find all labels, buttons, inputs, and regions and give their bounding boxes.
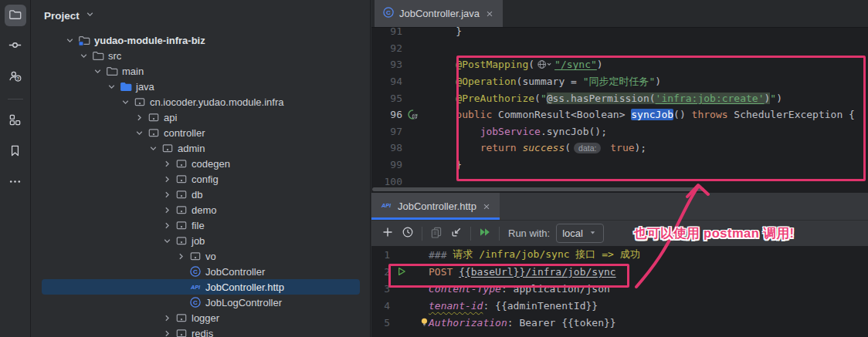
add-icon [381,226,394,241]
pull-requests-tool-button[interactable]: ? [5,66,26,88]
globe-icon[interactable] [536,59,553,70]
chevron-right-icon[interactable] [161,204,174,216]
code-token: " [541,93,547,104]
java-code-editor[interactable]: 91 }9293 @PostMapping("/sync")94 @Operat… [371,23,868,190]
tree-item-label: db [192,189,202,201]
svg-text:API: API [190,284,201,291]
chevron-right-icon[interactable] [161,174,174,185]
tree-item-config[interactable]: config [42,171,360,187]
tree-item-jobcontroller[interactable]: CJobController [42,264,360,279]
package-icon [146,111,161,123]
code-token: success [522,142,565,153]
tree-item-src[interactable]: src [42,48,360,63]
code-token: POST [429,266,459,278]
chevron-down-icon[interactable] [77,50,90,62]
tree-item-label: logger [192,312,219,324]
open-log-icon [450,226,463,241]
add-request-button[interactable] [378,224,398,244]
http-toolbar: Run with:local [371,220,868,246]
chevron-down-icon[interactable] [133,127,146,139]
tree-item-api[interactable]: api [42,110,360,125]
code-token: {{baseUrl}}/infra/job/sync [459,266,616,278]
run-all-button[interactable] [475,224,495,244]
chevron-right-icon[interactable] [161,312,174,324]
java-editor-pane: C JobController.java 91 }9293 @PostMappi… [371,0,868,193]
chevron-down-icon[interactable] [147,143,160,154]
chevron-down-icon[interactable] [63,35,76,46]
chevron-right-icon[interactable] [161,220,174,231]
horizontal-scrollbar[interactable] [372,187,704,191]
chevron-right-icon[interactable] [161,328,174,337]
commit-icon [8,39,22,54]
package-icon [174,234,188,247]
line-number: 94 [371,76,402,87]
code-line-93: 93 @PostMapping("/sync") [371,56,868,73]
commit-tool-button[interactable] [5,35,26,57]
api-icon: API [379,199,393,214]
tree-item-redis[interactable]: redis [42,325,360,337]
tree-item-job[interactable]: job [42,233,360,248]
copy-request-button[interactable] [426,224,446,244]
code-token: throws [692,109,728,120]
folder-sources-icon [118,80,133,93]
tree-item-java[interactable]: java [42,79,360,94]
line-number: 92 [371,42,402,54]
code-token: tenant-id [429,300,483,312]
chevron-right-icon[interactable] [175,251,188,262]
tree-item-demo[interactable]: demo [42,202,360,217]
intention-bulb-icon[interactable] [419,317,429,329]
tree-item-jobcontroller-http[interactable]: APIJobController.http [42,279,360,295]
project-panel-header[interactable]: Project [32,0,370,31]
tree-item-yudao-module-infra-biz[interactable]: yudao-module-infra-biz [42,32,360,48]
tree-item-db[interactable]: db [42,187,360,202]
close-icon[interactable] [484,8,495,19]
http-code-editor[interactable]: 1### 请求 /infra/job/sync 接口 => 成功2POST {{… [371,246,868,331]
line-number: 1 [371,249,390,261]
code-token: @PreAuthorize [456,93,534,104]
tree-item-cn-iocoder-yudao-module-infra[interactable]: cn.iocoder.yudao.module.infra [42,94,360,110]
code-token: public [456,109,492,120]
history-button[interactable] [398,224,418,244]
code-token: .syncJob(); [541,126,607,137]
tree-item-main[interactable]: main [42,63,360,79]
chevron-right-icon[interactable] [161,189,174,201]
tree-item-label: JobLogController [205,297,282,308]
code-line-3: 3Content-Type: application/json [371,280,868,297]
play-icon[interactable] [390,266,413,277]
tree-item-joblogcontroller[interactable]: CJobLogController [42,295,360,310]
tree-item-logger[interactable]: logger [42,310,360,325]
code-token: SchedulerException { [728,109,855,120]
structure-tool-button[interactable] [5,110,26,132]
endpoint-icon[interactable] [402,109,422,120]
chevron-down-icon[interactable] [91,66,104,77]
close-icon[interactable] [481,201,492,212]
project-tool-button[interactable] [5,5,26,26]
more-tools-button[interactable] [5,172,26,194]
ide-window: ? Project yudao-module-infra-bizsrcmainj… [0,0,868,337]
code-token: () [673,109,691,120]
chevron-down-icon[interactable] [105,81,118,93]
chevron-down-icon[interactable] [161,235,174,247]
toolbar-separator [499,227,500,241]
tree-item-codegen[interactable]: codegen [42,156,360,171]
open-log-button[interactable] [446,224,466,244]
chevron-right-icon[interactable] [133,112,146,123]
code-token: } [432,25,462,37]
tree-item-controller[interactable]: controller [42,125,360,140]
package-icon [146,126,161,139]
code-token: ) [776,93,782,104]
tree-item-admin[interactable]: admin [42,140,360,156]
line-number: 95 [371,93,402,104]
tree-item-file[interactable]: file [42,217,360,233]
tree-item-label: cn.iocoder.yudao.module.infra [150,96,283,108]
code-token: ( [528,59,534,70]
run-with-dropdown[interactable]: local [556,224,604,243]
line-number: 4 [371,300,390,312]
chevron-down-icon[interactable] [119,96,132,108]
chevron-right-icon[interactable] [161,158,174,170]
tab-jobcontroller-http[interactable]: API JobController.http [371,193,500,220]
code-token: : Bearer {{token}} [507,317,616,329]
http-editor-pane: API JobController.http Run with:local 1#… [371,193,868,337]
tree-item-vo[interactable]: vo [42,248,360,264]
bookmarks-tool-button[interactable] [5,141,26,163]
